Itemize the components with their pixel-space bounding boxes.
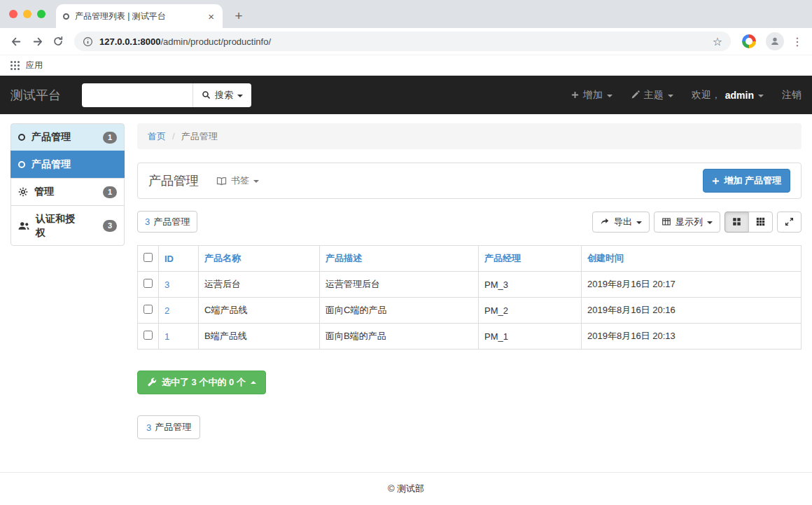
column-header-created[interactable]: 创建时间 bbox=[587, 253, 624, 263]
export-button-label: 导出 bbox=[614, 216, 632, 228]
table-row: 3 运营后台 运营管理后台 PM_3 2019年8月16日 20:17 bbox=[138, 272, 802, 298]
result-count-chip: 3 产品管理 bbox=[137, 211, 197, 233]
export-icon bbox=[600, 217, 610, 226]
plus-icon bbox=[571, 91, 579, 99]
cell-product-pm: PM_3 bbox=[479, 272, 582, 298]
column-header-pm[interactable]: 产品经理 bbox=[484, 253, 521, 263]
users-icon bbox=[18, 221, 29, 230]
grid-view-button[interactable] bbox=[724, 212, 749, 233]
search-input[interactable] bbox=[82, 83, 192, 107]
export-button[interactable]: 导出 bbox=[592, 212, 650, 233]
toolbar-actions: 导出 显示列 bbox=[592, 212, 802, 233]
page-footer: © 测试部 bbox=[0, 472, 812, 505]
cell-created-time: 2019年8月16日 20:16 bbox=[582, 298, 802, 324]
forward-icon[interactable] bbox=[27, 31, 48, 52]
add-product-button[interactable]: 增加 产品管理 bbox=[703, 169, 790, 193]
columns-button[interactable]: 显示列 bbox=[654, 212, 720, 233]
site-info-icon[interactable] bbox=[83, 36, 93, 47]
cell-created-time: 2019年8月16日 20:13 bbox=[582, 324, 802, 350]
app-navbar: 测试平台 搜索 增加 主题 欢迎， admin bbox=[0, 76, 812, 114]
column-header-id[interactable]: ID bbox=[164, 254, 174, 264]
user-menu[interactable]: 欢迎， admin bbox=[692, 89, 764, 102]
theme-menu[interactable]: 主题 bbox=[631, 89, 673, 102]
logout-label: 注销 bbox=[782, 89, 802, 102]
row-id-link[interactable]: 2 bbox=[164, 305, 169, 316]
browser-tab-strip: 产品管理列表 | 测试平台 × + bbox=[0, 0, 812, 28]
zoom-window-button[interactable] bbox=[37, 10, 46, 18]
add-menu-label: 增加 bbox=[583, 89, 603, 102]
grid-2x2-icon bbox=[732, 217, 741, 226]
table-columns-icon bbox=[662, 217, 671, 226]
thumbnail-view-button[interactable] bbox=[748, 212, 773, 233]
column-header-desc[interactable]: 产品描述 bbox=[326, 253, 362, 263]
cell-product-desc: 面向B端的产品 bbox=[320, 324, 479, 350]
gear-icon bbox=[18, 187, 28, 197]
fullscreen-button[interactable] bbox=[777, 212, 802, 233]
url-text: 127.0.0.1:8000/admin/product/productinfo… bbox=[99, 36, 271, 47]
add-product-button-label: 增加 产品管理 bbox=[724, 174, 781, 187]
address-bar[interactable]: 127.0.0.1:8000/admin/product/productinfo… bbox=[74, 32, 731, 51]
bottom-count-label: 产品管理 bbox=[155, 421, 191, 434]
sidebar-group-product[interactable]: 产品管理 1 bbox=[10, 123, 125, 151]
tab-title: 产品管理列表 | 测试平台 bbox=[75, 11, 201, 22]
sidebar: 产品管理 1 产品管理 管理 1 认证和授权 3 bbox=[10, 123, 125, 246]
profile-avatar[interactable] bbox=[766, 32, 784, 50]
column-header-name[interactable]: 产品名称 bbox=[204, 253, 241, 263]
sidebar-item-product-active[interactable]: 产品管理 bbox=[10, 151, 125, 179]
page-content: 产品管理 1 产品管理 管理 1 认证和授权 3 首页 / 产品管理 bbox=[0, 114, 812, 505]
search-button-label: 搜索 bbox=[215, 89, 233, 102]
count-badge: 3 bbox=[103, 220, 117, 232]
window-controls bbox=[9, 10, 46, 18]
row-checkbox[interactable] bbox=[144, 331, 153, 340]
select-all-checkbox[interactable] bbox=[144, 253, 153, 262]
url-path: /admin/product/productinfo/ bbox=[160, 36, 271, 47]
brand[interactable]: 测试平台 bbox=[10, 87, 61, 104]
browser-menu-icon[interactable]: ⋮ bbox=[788, 32, 806, 50]
apps-grid-icon[interactable] bbox=[10, 61, 20, 70]
bookmarks-bar: 应用 bbox=[0, 55, 812, 76]
extension-icon[interactable] bbox=[742, 34, 756, 48]
search-button[interactable]: 搜索 bbox=[192, 83, 251, 107]
circle-icon bbox=[18, 161, 25, 168]
add-menu[interactable]: 增加 bbox=[571, 89, 612, 102]
sidebar-item-label: 认证和授权 bbox=[36, 212, 79, 240]
navbar-menu: 增加 主题 欢迎， admin 注销 bbox=[571, 89, 802, 102]
chevron-down-icon bbox=[636, 221, 642, 224]
bookmark-dropdown[interactable]: 书签 bbox=[216, 174, 259, 187]
sidebar-item-auth[interactable]: 认证和授权 3 bbox=[10, 205, 125, 246]
apps-bookmark-label[interactable]: 应用 bbox=[26, 60, 43, 71]
table-row: 1 B端产品线 面向B端的产品 PM_1 2019年8月16日 20:13 bbox=[138, 324, 802, 350]
grid-3x3-icon bbox=[756, 217, 765, 226]
minimize-window-button[interactable] bbox=[23, 10, 31, 18]
bulk-selected-button[interactable]: 选中了 3 个中的 0 个 bbox=[137, 371, 266, 394]
bottom-count-number: 3 bbox=[146, 422, 151, 433]
search-icon bbox=[202, 90, 211, 99]
cell-product-desc: 运营管理后台 bbox=[320, 272, 479, 298]
logout-link[interactable]: 注销 bbox=[782, 89, 802, 102]
fullscreen-icon bbox=[785, 217, 794, 226]
list-toolbar: 3 产品管理 导出 显示列 bbox=[137, 211, 802, 233]
welcome-text: 欢迎， bbox=[692, 89, 721, 102]
bulk-selected-label: 选中了 3 个中的 0 个 bbox=[162, 376, 246, 389]
row-id-link[interactable]: 1 bbox=[164, 331, 169, 342]
row-checkbox[interactable] bbox=[144, 279, 153, 288]
tab-close-icon[interactable]: × bbox=[206, 11, 216, 22]
bookmark-star-icon[interactable]: ☆ bbox=[708, 35, 727, 48]
cell-product-pm: PM_1 bbox=[479, 324, 582, 350]
bottom-count-chip: 3 产品管理 bbox=[137, 415, 200, 439]
page-title: 产品管理 bbox=[148, 172, 199, 189]
breadcrumb-home-link[interactable]: 首页 bbox=[148, 130, 166, 143]
close-window-button[interactable] bbox=[9, 10, 18, 18]
back-icon[interactable] bbox=[6, 31, 27, 52]
bookmark-dropdown-label: 书签 bbox=[231, 174, 249, 187]
reload-icon[interactable] bbox=[48, 31, 69, 52]
new-tab-button[interactable]: + bbox=[230, 7, 248, 25]
breadcrumb-separator: / bbox=[172, 131, 175, 141]
browser-tab[interactable]: 产品管理列表 | 测试平台 × bbox=[56, 4, 223, 28]
sidebar-item-admin[interactable]: 管理 1 bbox=[10, 178, 125, 206]
sidebar-item-label: 产品管理 bbox=[31, 131, 71, 144]
row-id-link[interactable]: 3 bbox=[164, 279, 169, 290]
copyright-text: © 测试部 bbox=[388, 483, 424, 494]
row-checkbox[interactable] bbox=[144, 305, 153, 314]
cell-product-name: C端产品线 bbox=[199, 298, 320, 324]
